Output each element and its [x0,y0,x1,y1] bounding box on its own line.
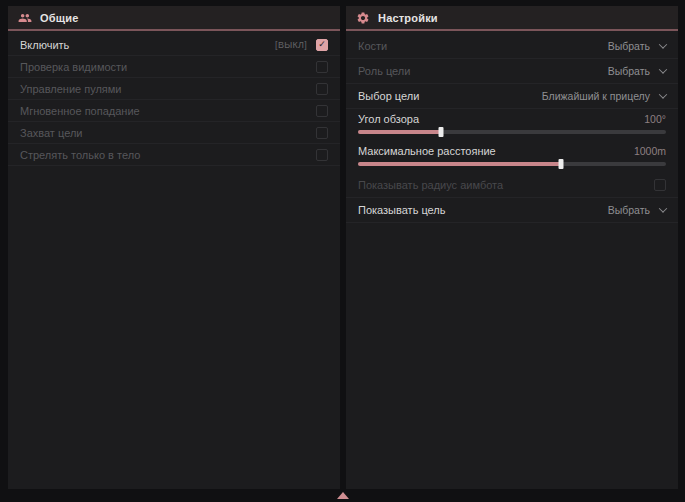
general-panel-body: Включить[ВЫКЛ]✓Проверка видимостиУправле… [8,31,340,166]
dropdown-value: Ближайший к прицелу [542,90,650,102]
toggle-row[interactable]: Стрелять только в тело [8,144,340,166]
expand-arrow-icon[interactable] [337,492,349,499]
row-label: Кости [358,40,387,52]
row-controls [316,127,328,139]
toggle-row[interactable]: Показывать радиус аимбота [346,173,678,198]
settings-panel-header: Настройки [346,6,678,31]
row-controls: Выбрать [608,40,666,52]
settings-panel: Настройки КостиВыбратьРоль целиВыбратьВы… [346,6,678,489]
checkbox[interactable] [316,61,328,73]
row-label: Показывать цель [358,204,446,216]
checkbox[interactable] [654,179,666,191]
dropdown-row[interactable]: Роль целиВыбрать [346,59,678,84]
row-label: Проверка видимости [20,61,127,73]
slider-row-header: Максимальное расстояние1000m [358,145,666,157]
row-label: Управление пулями [20,83,122,95]
toggle-row[interactable]: Управление пулями [8,78,340,100]
dropdown[interactable]: Выбрать [608,204,666,216]
gear-icon [356,11,370,25]
chevron-down-icon [659,40,667,48]
row-controls [316,61,328,73]
dropdown-row[interactable]: Выбор целиБлижайший к прицелу [346,84,678,109]
slider-thumb[interactable] [439,127,444,137]
slider-fill [358,130,441,134]
slider-thumb[interactable] [559,159,564,169]
chevron-down-icon [659,65,667,73]
general-panel-header: Общие [8,6,340,31]
slider-row: Угол обзора100° [346,109,678,141]
chevron-down-icon [659,204,667,212]
dropdown[interactable]: Ближайший к прицелу [542,90,666,102]
row-label: Выбор цели [358,90,419,102]
dropdown[interactable]: Выбрать [608,40,666,52]
dropdown-value: Выбрать [608,40,650,52]
toggle-row[interactable]: Мгновенное попадание [8,100,340,122]
row-controls [316,83,328,95]
settings-panel-body: КостиВыбратьРоль целиВыбратьВыбор целиБл… [346,31,678,223]
users-icon [18,11,32,25]
dropdown-row[interactable]: Показывать цельВыбрать [346,198,678,223]
row-controls: Выбрать [608,65,666,77]
row-controls: Выбрать [608,204,666,216]
chevron-down-icon [659,90,667,98]
slider-value: 1000m [634,145,666,157]
checkbox[interactable] [316,105,328,117]
row-label: Мгновенное попадание [20,105,140,117]
toggle-row[interactable]: Проверка видимости [8,56,340,78]
row-controls [316,105,328,117]
row-label: Показывать радиус аимбота [358,179,503,191]
row-label: Угол обзора [358,113,419,125]
checkbox[interactable] [316,149,328,161]
general-panel-title: Общие [40,12,79,24]
mod-menu: Общие Включить[ВЫКЛ]✓Проверка видимостиУ… [0,0,685,502]
checkbox[interactable] [316,83,328,95]
settings-panel-title: Настройки [378,12,438,24]
row-controls [654,179,666,191]
row-label: Роль цели [358,65,410,77]
dropdown-row[interactable]: КостиВыбрать [346,34,678,59]
toggle-row[interactable]: Захват цели [8,122,340,144]
row-controls [316,149,328,161]
toggle-row[interactable]: Включить[ВЫКЛ]✓ [8,34,340,56]
row-label: Максимальное расстояние [358,145,496,157]
slider-track[interactable] [358,162,666,166]
general-panel: Общие Включить[ВЫКЛ]✓Проверка видимостиУ… [8,6,340,489]
dropdown-value: Выбрать [608,204,650,216]
checkbox[interactable]: ✓ [316,39,328,51]
slider-row: Максимальное расстояние1000m [346,141,678,173]
checkbox[interactable] [316,127,328,139]
row-label: Захват цели [20,127,82,139]
state-tag: [ВЫКЛ] [275,40,307,50]
dropdown[interactable]: Выбрать [608,65,666,77]
slider-value: 100° [644,113,666,125]
slider-row-header: Угол обзора100° [358,113,666,125]
slider-fill [358,162,561,166]
row-label: Стрелять только в тело [20,149,140,161]
row-label: Включить [20,39,69,51]
slider-track[interactable] [358,130,666,134]
row-controls: Ближайший к прицелу [542,90,666,102]
dropdown-value: Выбрать [608,65,650,77]
row-controls: [ВЫКЛ]✓ [275,39,328,51]
